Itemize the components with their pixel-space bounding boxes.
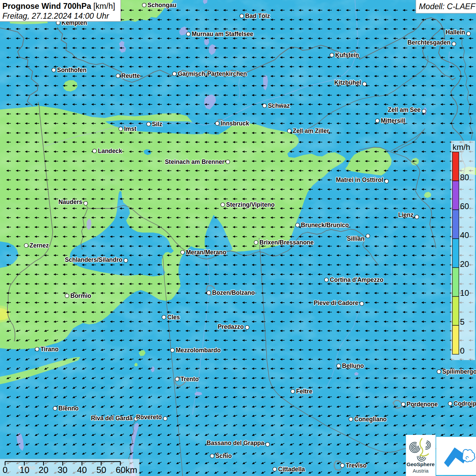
svg-text:0: 0 — [460, 346, 464, 355]
svg-text:Lienz: Lienz — [398, 211, 413, 218]
svg-text:Pieve di Cadore: Pieve di Cadore — [314, 300, 359, 306]
svg-text:Modell: C-LAEF: Modell: C-LAEF — [419, 2, 476, 11]
svg-text:Schongau: Schongau — [148, 2, 176, 8]
svg-text:Tirano: Tirano — [40, 346, 58, 353]
svg-text:Treviso: Treviso — [346, 462, 367, 469]
svg-text:Feltre: Feltre — [296, 388, 312, 395]
svg-text:Bienno: Bienno — [58, 405, 79, 412]
svg-text:Prognose Wind 700hPa [km/h]: Prognose Wind 700hPa [km/h] — [2, 2, 115, 11]
svg-text:Zell am See: Zell am See — [388, 106, 421, 113]
svg-text:Silz: Silz — [152, 121, 162, 128]
svg-text:Mittersill: Mittersill — [381, 117, 405, 124]
svg-text:Hallein: Hallein — [446, 29, 465, 36]
svg-text:Bassano del Grappa: Bassano del Grappa — [207, 440, 264, 446]
svg-text:Cles: Cles — [167, 314, 180, 321]
svg-text:Landeck: Landeck — [98, 148, 122, 154]
svg-text:Bormio: Bormio — [70, 292, 91, 299]
svg-text:10: 10 — [20, 465, 30, 475]
svg-text:Berchtesgaden: Berchtesgaden — [408, 39, 451, 46]
svg-text:Trento: Trento — [181, 376, 199, 382]
svg-text:60km: 60km — [116, 465, 137, 475]
svg-text:Bad Tölz: Bad Tölz — [245, 13, 270, 19]
svg-text:80: 80 — [460, 173, 469, 182]
svg-text:5: 5 — [460, 317, 464, 326]
svg-text:Kitzbühel: Kitzbühel — [334, 79, 361, 86]
svg-text:Sonthofen: Sonthofen — [57, 67, 87, 73]
svg-text:Austria: Austria — [413, 468, 429, 474]
svg-text:Belluno: Belluno — [342, 362, 364, 369]
svg-text:60: 60 — [460, 202, 469, 211]
svg-text:50: 50 — [97, 465, 106, 475]
svg-text:Schio: Schio — [216, 453, 232, 459]
svg-text:Nauders: Nauders — [58, 199, 82, 205]
svg-text:Sterzing/Vipiteno: Sterzing/Vipiteno — [226, 201, 275, 208]
svg-text:Rovereto: Rovereto — [136, 414, 162, 421]
svg-text:20: 20 — [39, 465, 49, 475]
svg-text:GeoSphere: GeoSphere — [407, 461, 435, 467]
svg-text:Innsbruck: Innsbruck — [221, 120, 249, 127]
svg-text:Bruneck/Brunico: Bruneck/Brunico — [301, 222, 349, 228]
svg-text:Spilimbergo: Spilimbergo — [442, 368, 476, 375]
svg-text:Freitag, 27.12.2024 14:00 Uhr: Freitag, 27.12.2024 14:00 Uhr — [2, 12, 109, 20]
svg-text:40: 40 — [77, 465, 87, 475]
svg-text:0: 0 — [3, 465, 7, 475]
svg-text:Sillian: Sillian — [347, 235, 364, 242]
svg-text:Cittadella: Cittadella — [278, 466, 305, 473]
svg-text:Kufstein: Kufstein — [335, 52, 359, 58]
svg-text:Zell am Ziller: Zell am Ziller — [293, 128, 329, 134]
svg-text:Garmisch-Partenkirchen: Garmisch-Partenkirchen — [178, 70, 247, 77]
svg-text:Reutte: Reutte — [121, 72, 140, 79]
svg-text:Steinach am Brenner: Steinach am Brenner — [165, 158, 224, 165]
svg-text:Zernez: Zernez — [30, 242, 49, 249]
svg-text:Riva del Garda: Riva del Garda — [91, 415, 133, 422]
svg-text:Matrei in Osttirol: Matrei in Osttirol — [336, 176, 383, 183]
svg-text:Schwaz: Schwaz — [268, 102, 290, 109]
svg-text:Pordenone: Pordenone — [407, 401, 438, 408]
svg-text:Imst: Imst — [124, 125, 136, 132]
svg-text:Murnau am Staffelsee: Murnau am Staffelsee — [192, 31, 253, 37]
svg-text:Mezzolombardo: Mezzolombardo — [176, 347, 221, 354]
svg-text:Meran/Merano: Meran/Merano — [186, 249, 226, 256]
svg-text:km/h: km/h — [453, 142, 470, 152]
svg-text:Codroipo: Codroipo — [454, 400, 476, 407]
svg-text:Cortina d'Ampezzo: Cortina d'Ampezzo — [330, 276, 384, 283]
svg-text:Conegliano: Conegliano — [354, 416, 387, 423]
svg-text:Brixen/Bressanone: Brixen/Bressanone — [259, 239, 314, 246]
svg-text:10: 10 — [460, 288, 469, 298]
svg-text:20: 20 — [460, 259, 469, 269]
svg-text:30: 30 — [58, 465, 68, 475]
svg-text:Predazzo: Predazzo — [218, 323, 244, 330]
svg-text:Schlanders/Silandro: Schlanders/Silandro — [65, 256, 122, 263]
svg-text:40: 40 — [460, 231, 469, 240]
svg-text:Bozen/Bolzano: Bozen/Bolzano — [212, 289, 255, 296]
